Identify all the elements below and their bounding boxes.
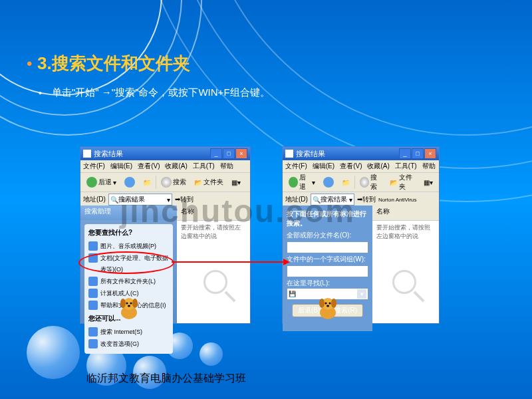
slide-title: 3.搜索文件和文件夹 bbox=[37, 52, 190, 75]
forward-button[interactable] bbox=[320, 174, 337, 190]
back-button[interactable]: 后退 ▾ bbox=[83, 174, 120, 190]
title-number: 3. bbox=[37, 53, 52, 73]
search-question: 您要查找什么? bbox=[88, 228, 169, 237]
menu-view[interactable]: 查看(V) bbox=[340, 162, 362, 171]
prefs-icon bbox=[88, 339, 98, 348]
svg-point-4 bbox=[126, 303, 128, 305]
menu-edit[interactable]: 编辑(E) bbox=[110, 162, 132, 171]
annotation-arrow bbox=[172, 261, 285, 263]
menu-tools[interactable]: 工具(T) bbox=[395, 162, 417, 171]
back-icon bbox=[86, 177, 97, 188]
search-button[interactable]: 搜索 bbox=[158, 174, 190, 190]
pictures-icon bbox=[88, 241, 98, 251]
column-header-2[interactable]: 名称 bbox=[372, 205, 439, 221]
window-title-1: 搜索结果 bbox=[94, 149, 123, 159]
instruction-bullet: • bbox=[39, 88, 42, 98]
filename-input[interactable] bbox=[287, 241, 368, 253]
folders-button[interactable]: 📂文件夹 bbox=[191, 174, 227, 190]
svg-point-6 bbox=[128, 305, 130, 307]
close-button[interactable]: × bbox=[424, 148, 436, 159]
norton-label: Norton AntiVirus bbox=[378, 197, 417, 203]
menu-fav[interactable]: 收藏(A) bbox=[165, 162, 187, 171]
search-dog-icon bbox=[116, 294, 142, 321]
svg-point-5 bbox=[130, 303, 132, 305]
views-button[interactable]: ▦▾ bbox=[420, 174, 436, 190]
change-prefs[interactable]: 改变首选项(G) bbox=[88, 338, 169, 350]
maximize-button[interactable]: □ bbox=[223, 148, 235, 159]
toolbar-2: 后退 ▾ 📁 搜索 📂文件夹 ▦▾ bbox=[283, 173, 439, 192]
allfiles-icon bbox=[88, 277, 98, 286]
svg-point-11 bbox=[325, 303, 327, 305]
search-panel-1: 您要查找什么? 图片、音乐或视频(P) 文档(文字处理、电子数据 表等)(O) … bbox=[84, 224, 173, 354]
magnify-icon bbox=[203, 270, 237, 303]
search-option-all-files[interactable]: 所有文件和文件夹(L) bbox=[88, 275, 169, 287]
window-title-2: 搜索结果 bbox=[296, 149, 325, 159]
titlebar-1: 搜索结果 _ □ × bbox=[80, 147, 250, 160]
results-hint-2: 要开始搜索，请按照左边窗格中的说 bbox=[372, 221, 439, 243]
search-dog-icon bbox=[315, 294, 341, 321]
svg-point-12 bbox=[329, 303, 331, 305]
footer-text: 临沂邦文教育电脑办公基础学习班 bbox=[86, 372, 246, 386]
title-bullet: • bbox=[27, 55, 32, 73]
forward-icon bbox=[323, 177, 334, 188]
magnify-icon bbox=[392, 270, 426, 303]
forward-icon bbox=[124, 177, 135, 188]
svg-point-10 bbox=[331, 299, 336, 308]
help-icon bbox=[88, 301, 98, 310]
lookin-label: 在这里寻找(L): bbox=[287, 279, 368, 288]
menu-edit[interactable]: 编辑(E) bbox=[313, 162, 334, 171]
svg-point-2 bbox=[120, 299, 126, 308]
menu-file[interactable]: 文件(F) bbox=[83, 162, 105, 171]
folders-button[interactable]: 📂文件夹 bbox=[386, 174, 419, 190]
up-button[interactable]: 📁 bbox=[140, 174, 154, 190]
menu-view[interactable]: 查看(V) bbox=[138, 162, 160, 171]
minimize-button[interactable]: _ bbox=[210, 148, 222, 159]
forward-button[interactable] bbox=[121, 174, 138, 190]
instruction-text: 单击"开始" →"搜索"命令，或按下WIN+F组合键。 bbox=[52, 86, 270, 99]
views-button[interactable]: ▦▾ bbox=[228, 174, 244, 190]
computers-icon bbox=[88, 289, 98, 298]
search-internet[interactable]: 搜索 Internet(S) bbox=[88, 326, 169, 338]
watermark: jinchutou.com bbox=[120, 193, 355, 229]
svg-point-3 bbox=[132, 299, 138, 308]
svg-point-13 bbox=[327, 305, 329, 307]
menu-help[interactable]: 帮助 bbox=[220, 162, 233, 171]
window-icon bbox=[285, 150, 293, 158]
back-button[interactable]: 后退 ▾ bbox=[285, 174, 319, 190]
word-input[interactable] bbox=[287, 265, 368, 277]
menu-tools[interactable]: 工具(T) bbox=[193, 162, 215, 171]
title-text: 搜索文件和文件夹 bbox=[52, 53, 190, 73]
menu-file[interactable]: 文件(F) bbox=[285, 162, 307, 171]
results-area-2: 名称 要开始搜索，请按照左边窗格中的说 bbox=[372, 205, 439, 323]
internet-icon bbox=[88, 327, 98, 336]
back-icon bbox=[289, 177, 298, 188]
minimize-button[interactable]: _ bbox=[399, 148, 411, 159]
menubar-2: 文件(F) 编辑(E) 查看(V) 收藏(A) 工具(T) 帮助 bbox=[283, 160, 439, 173]
toolbar-1: 后退 ▾ 📁 搜索 📂文件夹 ▦▾ bbox=[80, 173, 250, 192]
filename-label: 全部或部分文件名(O): bbox=[287, 231, 368, 240]
up-button[interactable]: 📁 bbox=[338, 174, 353, 190]
address-label-1: 地址(D) bbox=[83, 195, 106, 204]
menu-fav[interactable]: 收藏(A) bbox=[367, 162, 389, 171]
word-label: 文件中的一个字或词组(W): bbox=[287, 255, 368, 264]
window-icon bbox=[83, 150, 91, 158]
goto-button-2[interactable]: ➡转到 bbox=[357, 195, 376, 204]
menu-help[interactable]: 帮助 bbox=[422, 162, 436, 171]
search-window-1: 搜索结果 _ □ × 文件(F) 编辑(E) 查看(V) 收藏(A) 工具(T)… bbox=[80, 146, 251, 324]
chevron-down-icon: ▾ bbox=[357, 289, 366, 299]
search-button[interactable]: 搜索 bbox=[356, 174, 386, 190]
maximize-button[interactable]: □ bbox=[412, 148, 424, 159]
titlebar-2: 搜索结果 _ □ × bbox=[283, 147, 439, 160]
close-button[interactable]: × bbox=[235, 148, 247, 159]
svg-point-9 bbox=[319, 299, 325, 308]
search-window-2: 搜索结果 _ □ × 文件(F) 编辑(E) 查看(V) 收藏(A) 工具(T)… bbox=[282, 146, 440, 324]
search-option-pictures[interactable]: 图片、音乐或视频(P) bbox=[88, 240, 169, 252]
search-icon bbox=[161, 177, 172, 188]
menubar-1: 文件(F) 编辑(E) 查看(V) 收藏(A) 工具(T) 帮助 bbox=[80, 160, 250, 173]
search-icon bbox=[360, 177, 369, 188]
annotation-circle bbox=[78, 251, 174, 274]
